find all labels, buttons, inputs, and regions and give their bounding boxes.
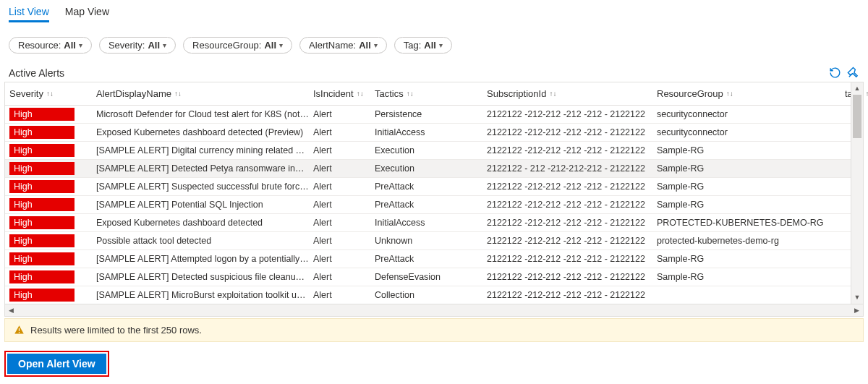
grid-body: HighMicrosoft Defender for Cloud test al…	[5, 106, 863, 304]
svg-rect-2	[19, 332, 20, 333]
cell-resourcegroup: PROTECTED-KUBERNETES-DEMO-RG	[652, 218, 841, 228]
cell-resourcegroup: Sample-RG	[652, 254, 841, 264]
filter-resourcegroup[interactable]: ResourceGroup: All ▾	[183, 37, 292, 54]
cell-resourcegroup: Sample-RG	[652, 145, 841, 155]
cell-tactics: InitialAccess	[370, 218, 482, 228]
cell-tactics: PreAttack	[370, 200, 482, 210]
filter-value: All	[64, 40, 76, 51]
cell-subscription: 2122122 -212-212 -212 -212 - 2122122	[482, 272, 652, 282]
cell-tactics: Persistence	[370, 109, 482, 119]
cell-tactics: DefenseEvasion	[370, 272, 482, 282]
table-row[interactable]: High[SAMPLE ALERT] Detected suspicious f…	[5, 268, 863, 286]
cell-subscription: 2122122 -212-212 -212 -212 - 2122122	[482, 290, 652, 300]
horizontal-scrollbar[interactable]: ◀ ▶	[5, 304, 863, 316]
pin-icon[interactable]	[847, 67, 859, 79]
warning-icon	[14, 325, 25, 336]
cell-tactics: InitialAccess	[370, 127, 482, 137]
filter-tag[interactable]: Tag: All ▾	[394, 37, 452, 54]
undo-icon[interactable]	[829, 67, 841, 79]
cell-resourcegroup: Sample-RG	[652, 272, 841, 282]
filter-label: AlertName:	[309, 40, 356, 51]
col-alertdisplayname[interactable]: AlertDisplayName↑↓	[92, 88, 309, 99]
cell-isincident: Alert	[309, 127, 370, 137]
severity-badge: High	[9, 289, 75, 302]
scroll-down-icon[interactable]: ▼	[851, 291, 863, 304]
cell-subscription: 2122122 -212-212 -212 -212 - 2122122	[482, 182, 652, 192]
cell-subscription: 2122122 -212-212 -212 -212 - 2122122	[482, 109, 652, 119]
table-row[interactable]: HighPossible attack tool detectedAlertUn…	[5, 232, 863, 250]
scroll-up-icon[interactable]: ▲	[851, 82, 863, 95]
tab-list-view[interactable]: List View	[9, 6, 49, 22]
table-row[interactable]: High[SAMPLE ALERT] MicroBurst exploitati…	[5, 286, 863, 304]
col-resourcegroup[interactable]: ResourceGroup↑↓	[652, 88, 841, 99]
cell-isincident: Alert	[309, 163, 370, 174]
scroll-thumb[interactable]	[853, 95, 861, 138]
table-row[interactable]: High[SAMPLE ALERT] Digital currency mini…	[5, 142, 863, 160]
column-headers: Severity↑↓ AlertDisplayName↑↓ IsIncident…	[5, 82, 863, 106]
cell-alertname: [SAMPLE ALERT] Potential SQL Injection	[92, 200, 309, 210]
filter-value: All	[424, 40, 436, 51]
table-row[interactable]: High[SAMPLE ALERT] Suspected successful …	[5, 178, 863, 196]
cell-tactics: Execution	[370, 163, 482, 174]
cell-isincident: Alert	[309, 290, 370, 300]
filter-label: ResourceGroup:	[192, 40, 261, 51]
table-row[interactable]: HighExposed Kubernetes dashboard detecte…	[5, 214, 863, 232]
cell-isincident: Alert	[309, 254, 370, 264]
sort-icon: ↑↓	[174, 90, 182, 98]
cell-isincident: Alert	[309, 200, 370, 210]
severity-badge: High	[9, 216, 75, 229]
filter-label: Tag:	[404, 40, 422, 51]
filter-alertname[interactable]: AlertName: All ▾	[299, 37, 387, 54]
sort-icon: ↑↓	[866, 90, 868, 98]
tab-map-view[interactable]: Map View	[65, 6, 109, 22]
severity-badge: High	[9, 180, 75, 193]
table-row[interactable]: High[SAMPLE ALERT] Detected Petya ransom…	[5, 160, 863, 178]
cell-tactics: Execution	[370, 145, 482, 155]
sort-icon: ↑↓	[549, 90, 556, 98]
filter-label: Severity:	[109, 40, 145, 51]
cell-subscription: 2122122 -212-212 -212 -212 - 2122122	[482, 236, 652, 246]
col-isincident[interactable]: IsIncident↑↓	[309, 88, 370, 99]
col-subscriptionid[interactable]: SubscriptionId↑↓	[482, 88, 652, 99]
cell-alertname: Microsoft Defender for Cloud test alert …	[92, 109, 309, 119]
warning-text: Results were limited to the first 250 ro…	[30, 325, 202, 336]
chevron-down-icon: ▾	[79, 41, 82, 49]
cell-tactics: PreAttack	[370, 254, 482, 264]
col-tactics[interactable]: Tactics↑↓	[370, 88, 482, 99]
cell-alertname: [SAMPLE ALERT] Detected Petya ransomware…	[92, 163, 309, 174]
scroll-right-icon[interactable]: ▶	[851, 304, 863, 316]
cell-alertname: [SAMPLE ALERT] Suspected successful brut…	[92, 182, 309, 192]
filter-severity[interactable]: Severity: All ▾	[99, 37, 176, 54]
cell-resourcegroup: Sample-RG	[652, 163, 841, 174]
sort-icon: ↑↓	[726, 90, 733, 98]
warning-bar: Results were limited to the first 250 ro…	[4, 318, 864, 342]
table-row[interactable]: HighExposed Kubernetes dashboard detecte…	[5, 124, 863, 142]
cell-tactics: Unknown	[370, 236, 482, 246]
severity-badge: High	[9, 252, 75, 265]
chevron-down-icon: ▾	[279, 41, 283, 49]
severity-badge: High	[9, 144, 75, 157]
cell-isincident: Alert	[309, 145, 370, 155]
severity-badge: High	[9, 234, 75, 247]
filter-resource[interactable]: Resource: All ▾	[9, 37, 92, 54]
filter-value: All	[148, 40, 160, 51]
chevron-down-icon: ▾	[163, 41, 166, 49]
col-severity[interactable]: Severity↑↓	[5, 88, 92, 99]
cell-isincident: Alert	[309, 182, 370, 192]
table-row[interactable]: HighMicrosoft Defender for Cloud test al…	[5, 106, 863, 124]
severity-badge: High	[9, 108, 75, 121]
cell-alertname: [SAMPLE ALERT] Attempted logon by a pote…	[92, 254, 309, 264]
alerts-grid: Severity↑↓ AlertDisplayName↑↓ IsIncident…	[4, 82, 864, 317]
cell-subscription: 2122122 -212-212 -212 -212 - 2122122	[482, 200, 652, 210]
cell-resourcegroup: Sample-RG	[652, 200, 841, 210]
cell-alertname: Exposed Kubernetes dashboard detected (P…	[92, 127, 309, 137]
cell-alertname: [SAMPLE ALERT] Digital currency mining r…	[92, 145, 309, 155]
open-alert-view-button[interactable]: Open Alert View	[7, 354, 106, 374]
scroll-left-icon[interactable]: ◀	[5, 304, 17, 316]
cell-tactics: PreAttack	[370, 182, 482, 192]
table-row[interactable]: High[SAMPLE ALERT] Attempted logon by a …	[5, 250, 863, 268]
sort-icon: ↑↓	[46, 90, 54, 98]
table-row[interactable]: High[SAMPLE ALERT] Potential SQL Injecti…	[5, 196, 863, 214]
chevron-down-icon: ▾	[374, 41, 378, 49]
vertical-scrollbar[interactable]: ▲ ▼	[851, 82, 863, 304]
